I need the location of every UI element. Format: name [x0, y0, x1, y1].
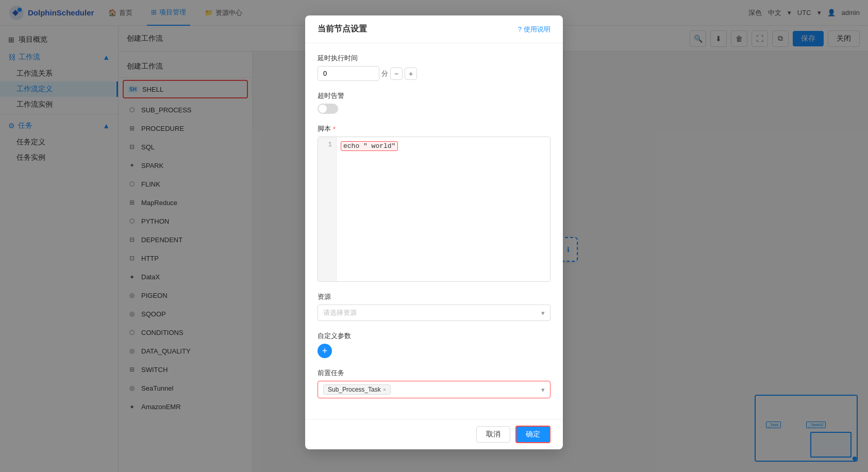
help-icon: ? [518, 25, 522, 33]
timeout-toggle[interactable] [318, 104, 338, 114]
delay-exec-input[interactable] [318, 66, 379, 81]
delay-exec-label: 延时执行时间 [318, 54, 550, 63]
modal-footer: 取消 确定 [305, 419, 563, 449]
pre-task-chevron-icon: ▾ [541, 386, 545, 394]
resource-label: 资源 [318, 292, 550, 301]
delay-decrement-btn[interactable]: − [390, 68, 403, 80]
pre-task-section: 前置任务 Sub_Process_Task × ▾ [318, 368, 550, 398]
delay-exec-unit: 分 [381, 69, 388, 78]
modal-title: 当前节点设置 [318, 24, 367, 35]
modal-header: 当前节点设置 ? 使用说明 [305, 15, 563, 43]
modal: 当前节点设置 ? 使用说明 延时执行时间 分 − + 超时告警 [305, 15, 563, 449]
code-line-1: echo " world" [341, 141, 398, 151]
timeout-alert-section: 超时告警 [318, 91, 550, 114]
resource-selector[interactable]: 请选择资源 ▾ [318, 305, 550, 321]
script-required-mark: * [333, 125, 336, 133]
cancel-button[interactable]: 取消 [476, 426, 510, 443]
chevron-down-icon: ▾ [541, 309, 545, 317]
delay-exec-input-row: 分 − + [318, 66, 550, 81]
resource-placeholder: 请选择资源 [323, 308, 357, 317]
modal-overlay: 当前节点设置 ? 使用说明 延时执行时间 分 − + 超时告警 [0, 0, 868, 472]
delay-increment-btn[interactable]: + [405, 68, 417, 80]
timeout-alert-label: 超时告警 [318, 91, 550, 100]
modal-help-label: 使用说明 [524, 25, 550, 34]
resource-section: 资源 请选择资源 ▾ [318, 292, 550, 321]
pre-task-tag: Sub_Process_Task × [323, 384, 391, 395]
pre-task-tag-text: Sub_Process_Task [328, 386, 381, 393]
code-content[interactable]: echo " world" [337, 137, 550, 281]
code-editor[interactable]: 1 echo " world" [318, 137, 550, 282]
custom-params-section: 自定义参数 + [318, 331, 550, 358]
add-param-btn[interactable]: + [318, 344, 332, 358]
custom-params-label: 自定义参数 [318, 331, 550, 341]
modal-body: 延时执行时间 分 − + 超时告警 脚本 * [305, 43, 563, 419]
delay-exec-section: 延时执行时间 分 − + [318, 54, 550, 81]
pre-task-tag-close[interactable]: × [383, 386, 386, 393]
line-number-1: 1 [322, 141, 332, 148]
code-editor-content: 1 echo " world" [318, 137, 550, 281]
modal-help-link[interactable]: ? 使用说明 [518, 25, 550, 34]
confirm-button[interactable]: 确定 [515, 426, 550, 443]
script-section: 脚本 * 1 echo " world" [318, 124, 550, 282]
pre-task-label: 前置任务 [318, 368, 550, 378]
line-numbers: 1 [318, 137, 337, 281]
script-label: 脚本 * [318, 124, 550, 133]
pre-task-field[interactable]: Sub_Process_Task × ▾ [318, 381, 550, 398]
